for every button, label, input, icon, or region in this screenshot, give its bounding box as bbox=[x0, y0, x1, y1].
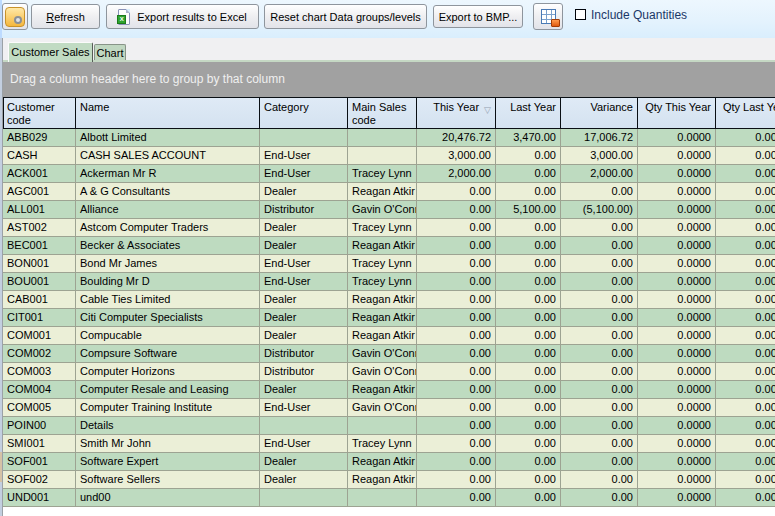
cell-qty-last-year: 0.0000 bbox=[716, 165, 775, 182]
cell-this-year: 0.00 bbox=[417, 417, 496, 434]
tab-customer-sales-label: Customer Sales bbox=[11, 46, 89, 58]
cell-this-year: 0.00 bbox=[417, 453, 496, 470]
table-row-bon001[interactable]: BON001Bond Mr JamesEnd-UserTracey Lynn0.… bbox=[3, 255, 775, 273]
cell-name: Astcom Computer Traders bbox=[76, 219, 260, 236]
cell-category: End-User bbox=[260, 273, 348, 290]
table-row-cash[interactable]: CASHCASH SALES ACCOUNTEnd-User3,000.000.… bbox=[3, 147, 775, 165]
cell-customer-code: ALL001 bbox=[3, 201, 76, 218]
tab-chart[interactable]: Chart bbox=[94, 44, 126, 60]
export-excel-button[interactable]: X Export results to Excel bbox=[106, 4, 259, 29]
export-bmp-button[interactable]: Export to BMP... bbox=[433, 5, 523, 28]
cell-this-year: 0.00 bbox=[417, 273, 496, 290]
cell-category: Dealer bbox=[260, 471, 348, 488]
cell-qty-this-year: 0.0000 bbox=[638, 399, 716, 416]
cell-last-year: 0.00 bbox=[496, 345, 561, 362]
cell-category: Dealer bbox=[260, 309, 348, 326]
table-row-com005[interactable]: COM005Computer Training InstituteEnd-Use… bbox=[3, 399, 775, 417]
cell-customer-code: CIT001 bbox=[3, 309, 76, 326]
cell-customer-code: SOF002 bbox=[3, 471, 76, 488]
group-by-bar[interactable]: Drag a column header here to group by th… bbox=[3, 62, 775, 97]
cell-name: Albott Limited bbox=[76, 129, 260, 146]
column-header-this-year[interactable]: This Year▽ bbox=[417, 98, 496, 128]
cell-category: Dealer bbox=[260, 291, 348, 308]
cell-name: Software Expert bbox=[76, 453, 260, 470]
cell-customer-code: BOU001 bbox=[3, 273, 76, 290]
table-row-com001[interactable]: COM001CompucableDealerReagan Atkir0.000.… bbox=[3, 327, 775, 345]
column-header-label: Qty Last Year bbox=[723, 101, 775, 113]
cell-this-year: 0.00 bbox=[417, 363, 496, 380]
cell-last-year: 0.00 bbox=[496, 147, 561, 164]
include-quantities-label[interactable]: Include Quantities bbox=[591, 8, 687, 22]
table-row-abb029[interactable]: ABB029Albott Limited20,476.723,470.0017,… bbox=[3, 129, 775, 147]
table-row-com003[interactable]: COM003Computer HorizonsDistributorGavin … bbox=[3, 363, 775, 381]
cell-main-sales-code: Tracey Lynn bbox=[348, 219, 417, 236]
table-row-smi001[interactable]: SMI001Smith Mr JohnEnd-UserTracey Lynn0.… bbox=[3, 435, 775, 453]
cell-this-year: 0.00 bbox=[417, 309, 496, 326]
column-header-qty-last-year[interactable]: Qty Last Year bbox=[716, 98, 775, 128]
cell-main-sales-code bbox=[348, 147, 417, 164]
cell-qty-this-year: 0.0000 bbox=[638, 273, 716, 290]
cell-qty-this-year: 0.0000 bbox=[638, 129, 716, 146]
column-header-label: Variance bbox=[590, 101, 633, 113]
table-row-cit001[interactable]: CIT001Citi Computer SpecialistsDealerRea… bbox=[3, 309, 775, 327]
column-header-customer-code[interactable]: Customer code bbox=[3, 98, 76, 128]
cell-category: End-User bbox=[260, 147, 348, 164]
cell-category: Distributor bbox=[260, 201, 348, 218]
table-row-bec001[interactable]: BEC001Becker & AssociatesDealerReagan At… bbox=[3, 237, 775, 255]
cell-category: End-User bbox=[260, 165, 348, 182]
table-row-agc001[interactable]: AGC001A & G ConsultantsDealerReagan Atki… bbox=[3, 183, 775, 201]
cell-this-year: 0.00 bbox=[417, 291, 496, 308]
column-header-label: Customer code bbox=[7, 101, 55, 126]
include-quantities-checkbox[interactable] bbox=[575, 9, 586, 20]
refresh-button[interactable]: Refresh bbox=[31, 4, 100, 29]
table-row-und001[interactable]: UND001und000.000.000.000.00000.0000 bbox=[3, 489, 775, 507]
table-row-all001[interactable]: ALL001AllianceDistributorGavin O'Conr0.0… bbox=[3, 201, 775, 219]
column-header-last-year[interactable]: Last Year bbox=[496, 98, 561, 128]
grid-header-left-border bbox=[3, 97, 4, 129]
cell-customer-code: AGC001 bbox=[3, 183, 76, 200]
cell-customer-code: COM003 bbox=[3, 363, 76, 380]
cell-customer-code: ABB029 bbox=[3, 129, 76, 146]
cell-main-sales-code bbox=[348, 489, 417, 506]
cell-variance: 0.00 bbox=[561, 363, 638, 380]
cell-category: Distributor bbox=[260, 345, 348, 362]
cell-category: Dealer bbox=[260, 381, 348, 398]
chart-export-button[interactable] bbox=[533, 3, 563, 30]
cell-qty-last-year: 0.0000 bbox=[716, 255, 775, 272]
column-header-category[interactable]: Category bbox=[260, 98, 348, 128]
cell-this-year: 0.00 bbox=[417, 201, 496, 218]
table-row-ack001[interactable]: ACK001Ackerman Mr REnd-UserTracey Lynn2,… bbox=[3, 165, 775, 183]
cell-this-year: 0.00 bbox=[417, 381, 496, 398]
tab-customer-sales[interactable]: Customer Sales bbox=[8, 42, 93, 62]
table-row-sof001[interactable]: SOF001Software ExpertDealerReagan Atkir0… bbox=[3, 453, 775, 471]
table-row-bou001[interactable]: BOU001Boulding Mr DEnd-UserTracey Lynn0.… bbox=[3, 273, 775, 291]
cell-main-sales-code: Gavin O'Conr bbox=[348, 399, 417, 416]
cell-category bbox=[260, 129, 348, 146]
column-header-variance[interactable]: Variance bbox=[561, 98, 638, 128]
cell-variance: (5,100.00) bbox=[561, 201, 638, 218]
table-row-com004[interactable]: COM004Computer Resale and LeasingDealerR… bbox=[3, 381, 775, 399]
cell-name: Computer Training Institute bbox=[76, 399, 260, 416]
column-header-qty-this-year[interactable]: Qty This Year bbox=[638, 98, 716, 128]
customize-tool-button[interactable] bbox=[2, 3, 28, 30]
cell-variance: 0.00 bbox=[561, 237, 638, 254]
column-header-main-sales-code[interactable]: Main Sales code bbox=[348, 98, 417, 128]
cell-variance: 3,000.00 bbox=[561, 147, 638, 164]
reset-chart-button[interactable]: Reset chart Data groups/levels bbox=[264, 4, 427, 29]
cell-qty-this-year: 0.0000 bbox=[638, 345, 716, 362]
table-row-poin00[interactable]: POIN00Details0.000.000.000.00000.0000 bbox=[3, 417, 775, 435]
cell-customer-code: UND001 bbox=[3, 489, 76, 506]
column-header-name[interactable]: Name bbox=[76, 98, 260, 128]
cell-last-year: 0.00 bbox=[496, 165, 561, 182]
table-row-ast002[interactable]: AST002Astcom Computer TradersDealerTrace… bbox=[3, 219, 775, 237]
table-row-com002[interactable]: COM002Compsure SoftwareDistributorGavin … bbox=[3, 345, 775, 363]
cell-variance: 0.00 bbox=[561, 327, 638, 344]
cell-qty-last-year: 0.0000 bbox=[716, 129, 775, 146]
cell-qty-this-year: 0.0000 bbox=[638, 201, 716, 218]
table-row-cab001[interactable]: CAB001Cable Ties LimitedDealerReagan Atk… bbox=[3, 291, 775, 309]
cell-last-year: 0.00 bbox=[496, 489, 561, 506]
column-header-label: Name bbox=[80, 101, 109, 113]
table-row-sof002[interactable]: SOF002Software SellersDealerReagan Atkir… bbox=[3, 471, 775, 489]
cell-name: Cable Ties Limited bbox=[76, 291, 260, 308]
cell-name: Alliance bbox=[76, 201, 260, 218]
